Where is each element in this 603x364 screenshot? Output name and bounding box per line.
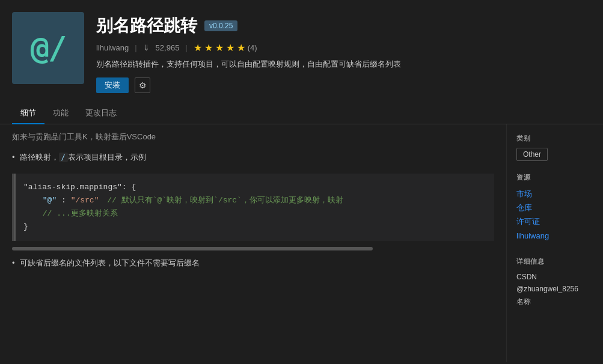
star1: ★ (194, 42, 202, 53)
rating-count: (4) (248, 43, 257, 52)
bullet-item-bottom: • 可缺省后缀名的文件列表，以下文件不需要写后缀名 (12, 253, 494, 273)
resources-title: 资源 (516, 173, 593, 182)
version-badge: v0.0.25 (204, 20, 237, 31)
plugin-icon: @/ (12, 12, 84, 84)
category-section: 类别 Other (516, 134, 593, 161)
inline-code-slash: / (59, 153, 68, 162)
divider: | (135, 43, 136, 52)
code-left-bar (14, 174, 16, 241)
resource-link-repo[interactable]: 仓库 (516, 201, 593, 214)
tabs-bar: 细节 功能 更改日志 (0, 103, 603, 124)
resource-link-license[interactable]: 许可证 (516, 214, 593, 228)
star5: ★ (237, 42, 245, 53)
resource-link-author[interactable]: lihuiwang (516, 229, 593, 243)
header: @/ 别名路径跳转 v0.0.25 lihuiwang | ⇓ 52,965 |… (0, 0, 603, 103)
description-text: 别名路径跳转插件，支持任何项目，可以自由配置映射规则，自由配置可缺省后缀名列表 (96, 58, 591, 70)
tab-feature[interactable]: 功能 (44, 103, 77, 124)
icon-symbol: @/ (31, 30, 66, 66)
detail-line-1: CSDN @zhuangwei_8256 (516, 271, 593, 296)
action-row: 安装 ⚙ (96, 77, 591, 93)
code-line-4: } (23, 220, 485, 234)
code-line-2: "@" : "/src" // 默认只有`@`映射，映射到`/src`，你可以添… (23, 194, 485, 207)
bullet-bottom-text: 可缺省后缀名的文件列表，以下文件不需要写后缀名 (20, 258, 200, 268)
star4: ★ (226, 42, 234, 53)
detail-title: 详细信息 (516, 257, 593, 266)
download-count: 52,965 (156, 43, 180, 52)
bullet-item-1: • 路径映射，/表示项目根目录，示例 (12, 147, 494, 168)
category-title: 类别 (516, 134, 593, 143)
title-row: 别名路径跳转 v0.0.25 (96, 14, 591, 37)
truncated-text: 如来与贡跑品门工具K，映射垂后VSCode (12, 124, 494, 147)
code-block: "alias-skip.mappings": { "@" : "/src" //… (12, 174, 494, 241)
download-icon: ⇓ (143, 43, 150, 52)
meta-row: lihuiwang | ⇓ 52,965 | ★ ★ ★ ★ ★ (4) (96, 42, 591, 53)
category-badge[interactable]: Other (516, 148, 548, 161)
h-scrollbar-thumb (12, 247, 373, 250)
bullet-dot-1: • (12, 153, 15, 162)
bullet-dot-bottom: • (12, 258, 15, 267)
bullet1-text: 路径映射，/表示项目根目录，示例 (20, 152, 146, 163)
star3: ★ (215, 42, 224, 53)
header-info: 别名路径跳转 v0.0.25 lihuiwang | ⇓ 52,965 | ★ … (96, 12, 591, 93)
stars-row: ★ ★ ★ ★ ★ (4) (194, 42, 257, 53)
code-line-3: // ...更多映射关系 (23, 207, 485, 220)
tab-changelog[interactable]: 更改日志 (77, 103, 125, 124)
main-content: 如来与贡跑品门工具K，映射垂后VSCode • 路径映射，/表示项目根目录，示例… (0, 124, 507, 362)
code-comment-1: // 默认只有`@`映射，映射到`/src`，你可以添加更多映射，映射 (107, 196, 343, 205)
divider2: | (185, 43, 187, 52)
h-scrollbar[interactable] (12, 247, 494, 252)
tab-detail[interactable]: 细节 (12, 103, 44, 124)
install-button[interactable]: 安装 (96, 77, 129, 93)
detail-line-2: 名称 (516, 296, 593, 308)
plugin-title: 别名路径跳转 (96, 14, 197, 37)
star2: ★ (204, 42, 213, 53)
resource-link-market[interactable]: 市场 (516, 187, 593, 201)
content-area: 如来与贡跑品门工具K，映射垂后VSCode • 路径映射，/表示项目根目录，示例… (0, 124, 603, 362)
settings-button[interactable]: ⚙ (135, 77, 150, 93)
code-line-1: "alias-skip.mappings": { (23, 181, 485, 194)
sidebar: 类别 Other 资源 市场 仓库 许可证 lihuiwang 详细信息 CSD… (507, 124, 603, 362)
resources-section: 资源 市场 仓库 许可证 lihuiwang (516, 173, 593, 243)
detail-section: 详细信息 CSDN @zhuangwei_8256 名称 (516, 257, 593, 308)
author-name: lihuiwang (96, 43, 129, 52)
